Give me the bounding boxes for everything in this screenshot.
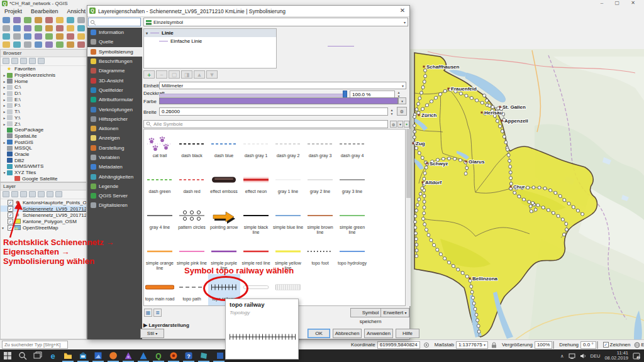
toolbar-icon[interactable]: [77, 25, 85, 31]
browser-item-e-[interactable]: ▸E:\: [1, 96, 86, 102]
browser-item-mssql[interactable]: MSSQL: [1, 145, 86, 151]
ok-button[interactable]: OK: [308, 329, 330, 338]
duplicate-symbol-layer-button[interactable]: ▢: [169, 70, 180, 79]
width-spin-arrows[interactable]: ▲▼: [389, 108, 395, 116]
magnifier-spinner[interactable]: [553, 341, 554, 349]
color-dropdown-button[interactable]: ▾: [398, 97, 406, 104]
width-spinbox[interactable]: 0.26000: [159, 107, 388, 116]
expand-arrow-icon[interactable]: ▸: [2, 122, 7, 126]
browser-item-d-[interactable]: ▸D:\: [1, 90, 86, 97]
sidebar-item-information[interactable]: Information: [87, 28, 142, 37]
toolbar-icon[interactable]: [13, 17, 21, 23]
menu-projekt[interactable]: Projekt: [0, 8, 26, 14]
layer-tool-button[interactable]: [47, 191, 53, 197]
toolbar-icon[interactable]: [3, 17, 10, 23]
symbol-topo-hydrology[interactable]: topo hydrology: [336, 238, 369, 273]
sidebar-item-qgis-server[interactable]: QGIS Server: [87, 191, 142, 200]
add-symbol-layer-button[interactable]: ＋: [143, 70, 155, 79]
browser-item-google-satellite[interactable]: Google Satellite: [1, 175, 86, 182]
teal-tile-taskbar-icon[interactable]: [196, 349, 211, 362]
toolbar-icon[interactable]: [77, 41, 85, 48]
window-controls[interactable]: – ▢ ✕: [601, 0, 640, 6]
toolbar-icon[interactable]: [24, 17, 31, 23]
toolbar-icon[interactable]: [67, 33, 74, 40]
speaker-icon[interactable]: [580, 353, 586, 359]
expand-arrow-icon[interactable]: ▾: [2, 170, 7, 175]
renderer-select[interactable]: Einzelsymbol▾: [143, 18, 408, 26]
toolbar-icon[interactable]: [13, 25, 21, 31]
browser-item-geopackage[interactable]: GeoPackage: [1, 127, 86, 133]
toolbar-icon[interactable]: [3, 33, 10, 40]
symbol-filter-dropdown[interactable]: ▾: [397, 121, 403, 128]
browser-tool-button[interactable]: [38, 58, 45, 64]
browser-item-f-[interactable]: ▸F:\: [1, 102, 86, 109]
sidebar-item-beschriftungen[interactable]: Beschriftungen: [87, 57, 142, 66]
menu-bearbeiten[interactable]: Bearbeiten: [26, 8, 63, 14]
symbol-effect-emboss[interactable]: effect emboss: [208, 167, 240, 202]
move-down-button[interactable]: ▼: [206, 70, 218, 79]
symbol-dash-red[interactable]: dash red: [176, 167, 208, 202]
move-up-button[interactable]: ▲: [194, 70, 205, 79]
symbol-filter-input[interactable]: Alle Symbole: [143, 120, 388, 128]
toolbar-icon[interactable]: [45, 41, 53, 48]
symbol-dash-blue[interactable]: dash blue: [208, 131, 240, 166]
expand-arrow-icon[interactable]: ▸: [2, 91, 7, 96]
toolbar-icon[interactable]: [56, 33, 64, 40]
symbol-cat-trail[interactable]: cat trail: [144, 131, 176, 166]
sidebar-item-quelle[interactable]: Quelle: [87, 37, 142, 47]
symbol-dash-black[interactable]: dash black: [176, 131, 208, 166]
expand-arrow-icon[interactable]: ▸: [2, 85, 7, 89]
expand-arrow-icon[interactable]: ▸: [2, 109, 7, 114]
cancel-button[interactable]: Abbrechen: [333, 329, 362, 338]
style-manager-button[interactable]: ✦: [404, 121, 409, 128]
browser-tool-button[interactable]: [20, 58, 27, 64]
symbol-topo-foot[interactable]: topo foot: [304, 238, 336, 273]
symbol-dash-gray-2[interactable]: dash gray 2: [272, 131, 304, 166]
help-button[interactable]: Hilfe: [396, 329, 419, 338]
symbol-dash-gray-4[interactable]: dash gray 4: [336, 131, 369, 166]
symbol-gray-2-line[interactable]: gray 2 line: [304, 167, 336, 202]
symbol-dash-gray-3[interactable]: dash gray 3: [304, 131, 336, 166]
list-view-button[interactable]: ≣: [153, 309, 162, 317]
notifications-icon[interactable]: 2: [633, 353, 640, 359]
browser-tool-button[interactable]: [29, 58, 36, 64]
toolbar-icon[interactable]: [35, 41, 42, 48]
help-tile-taskbar-icon[interactable]: ?: [181, 349, 196, 362]
browser-item-z-[interactable]: ▸Z:\: [1, 121, 86, 127]
toolbar-icon[interactable]: [45, 25, 53, 31]
toolbar-icon[interactable]: [77, 33, 85, 40]
icon-view-button[interactable]: ▦: [144, 309, 152, 317]
search-taskbar-icon[interactable]: [15, 349, 30, 362]
network-icon[interactable]: [569, 353, 575, 359]
sidebar-item-3d-ansicht[interactable]: 3D-Ansicht: [87, 75, 142, 85]
coordinate-input[interactable]: 619959,5840824: [377, 341, 420, 349]
toolbar-icon[interactable]: [45, 33, 53, 40]
symbol-dash-gray-1[interactable]: dash gray 1: [240, 131, 272, 166]
mouse-track-icon[interactable]: [423, 342, 430, 348]
unit-select[interactable]: Millimeter▾: [159, 82, 406, 89]
symbol-effect-neon[interactable]: effect neon: [240, 167, 272, 202]
symbol-tree-root[interactable]: ▾ Linie: [144, 29, 276, 37]
symbol-simple-orange-line[interactable]: simple orange line: [144, 238, 176, 273]
browser-tool-button[interactable]: [11, 58, 18, 64]
symbol-simple-brown-line[interactable]: simple brown line: [304, 202, 336, 238]
toolbar-icon[interactable]: [56, 17, 64, 23]
magnifier-input[interactable]: 100%: [535, 341, 552, 349]
explorer-taskbar-icon[interactable]: [60, 349, 75, 362]
apply-button[interactable]: Anwenden: [364, 329, 393, 338]
toolbar-icon[interactable]: [67, 17, 74, 23]
browser-item-favoriten[interactable]: ★Favoriten: [1, 66, 86, 72]
symbol-gray-1-line[interactable]: gray 1 line: [272, 167, 304, 202]
sidebar-item-attributformular[interactable]: Attributformular: [87, 95, 142, 104]
sidebar-item-variablen[interactable]: Variablen: [87, 153, 142, 162]
sidebar-item-digitalisieren[interactable]: Digitalisieren: [87, 200, 142, 210]
browser-item-oracle[interactable]: Oracle: [1, 151, 86, 158]
browser-item-postgis[interactable]: ▸PostGIS: [1, 139, 86, 145]
language-indicator[interactable]: DEU: [591, 353, 601, 359]
symbol-gray-4-line[interactable]: gray 4 line: [144, 202, 176, 238]
browser-item-c-[interactable]: ▸C:\: [1, 84, 86, 90]
browser-item-wms-wmts[interactable]: WMS/WMTS: [1, 163, 86, 170]
symbol-filter-options-button[interactable]: ◍: [390, 121, 397, 128]
browser-item-home[interactable]: ▸Home: [1, 78, 86, 84]
start-taskbar-icon[interactable]: [0, 349, 15, 362]
